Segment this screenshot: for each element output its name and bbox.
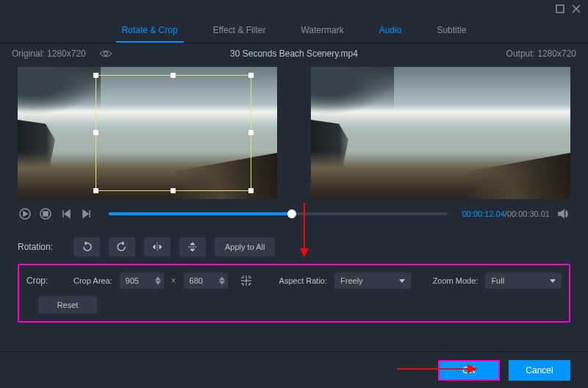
- zoom-mode-value: Full: [491, 276, 504, 285]
- crop-area-label: Crop Area:: [74, 276, 112, 285]
- output-preview: [311, 67, 570, 199]
- tab-rotate-crop[interactable]: Rotate & Crop: [121, 21, 179, 40]
- time-display: 00:00:12.04/00:00:30.01: [462, 209, 550, 218]
- cancel-button[interactable]: Cancel: [509, 360, 570, 381]
- maximize-button[interactable]: [554, 3, 566, 15]
- crop-panel: Crop: Crop Area: × Aspect Ratio: Freely …: [18, 264, 570, 323]
- play-button[interactable]: [18, 206, 32, 221]
- reset-button[interactable]: Reset: [38, 296, 97, 314]
- original-resolution-label: Original: 1280x720: [12, 48, 86, 59]
- svg-point-1: [104, 52, 107, 56]
- crop-handle-br[interactable]: [248, 188, 254, 193]
- crop-handle-tl[interactable]: [93, 73, 98, 78]
- close-button[interactable]: [570, 3, 582, 15]
- zoom-mode-dropdown[interactable]: Full: [485, 273, 562, 289]
- center-crop-button[interactable]: [235, 273, 257, 289]
- chevron-down-icon: [399, 279, 405, 283]
- rotation-label: Rotation:: [18, 242, 65, 252]
- crop-label: Crop:: [26, 276, 66, 286]
- crop-width-input[interactable]: [120, 273, 164, 289]
- svg-rect-0: [556, 5, 564, 12]
- tab-effect-filter[interactable]: Effect & Filter: [212, 21, 268, 40]
- rotate-left-button[interactable]: [74, 237, 100, 256]
- timeline-thumb[interactable]: [287, 209, 296, 218]
- crop-handle-tr[interactable]: [248, 73, 254, 78]
- crop-height-down[interactable]: [219, 281, 225, 285]
- crop-height-input[interactable]: [184, 273, 228, 289]
- flip-horizontal-button[interactable]: [144, 237, 171, 256]
- crop-handle-tc[interactable]: [171, 73, 176, 78]
- tab-subtitle[interactable]: Subtitle: [435, 21, 467, 40]
- chevron-down-icon: [550, 279, 556, 283]
- crop-handle-bc[interactable]: [171, 188, 176, 193]
- timeline-slider[interactable]: [109, 212, 448, 215]
- output-resolution-label: Output: 1280x720: [506, 48, 576, 59]
- preview-visibility-icon[interactable]: [96, 48, 115, 60]
- tab-watermark[interactable]: Watermark: [299, 21, 345, 40]
- aspect-ratio-dropdown[interactable]: Freely: [334, 273, 411, 289]
- crop-box[interactable]: [96, 75, 251, 191]
- crop-handle-ml[interactable]: [93, 130, 98, 135]
- ok-button[interactable]: OK: [438, 360, 500, 381]
- crop-height-field[interactable]: [190, 276, 215, 285]
- apply-to-all-button[interactable]: Apply to All: [215, 237, 275, 256]
- tab-bar: Rotate & Crop Effect & Filter Watermark …: [0, 18, 588, 40]
- volume-icon[interactable]: [556, 206, 570, 221]
- aspect-ratio-value: Freely: [340, 276, 363, 285]
- source-preview[interactable]: [18, 67, 277, 199]
- prev-frame-button[interactable]: [59, 206, 74, 221]
- flip-vertical-button[interactable]: [179, 237, 206, 256]
- svg-rect-4: [43, 212, 48, 216]
- stop-button[interactable]: [38, 206, 53, 221]
- next-frame-button[interactable]: [79, 206, 94, 221]
- zoom-mode-label: Zoom Mode:: [433, 276, 478, 285]
- x-separator: ×: [171, 276, 176, 286]
- crop-handle-mr[interactable]: [248, 130, 254, 135]
- tab-audio[interactable]: Audio: [378, 21, 404, 40]
- crop-width-down[interactable]: [155, 281, 161, 285]
- aspect-ratio-label: Aspect Ratio:: [279, 276, 327, 285]
- crop-handle-bl[interactable]: [93, 188, 98, 193]
- rotate-right-button[interactable]: [109, 237, 135, 256]
- crop-width-field[interactable]: [126, 276, 151, 285]
